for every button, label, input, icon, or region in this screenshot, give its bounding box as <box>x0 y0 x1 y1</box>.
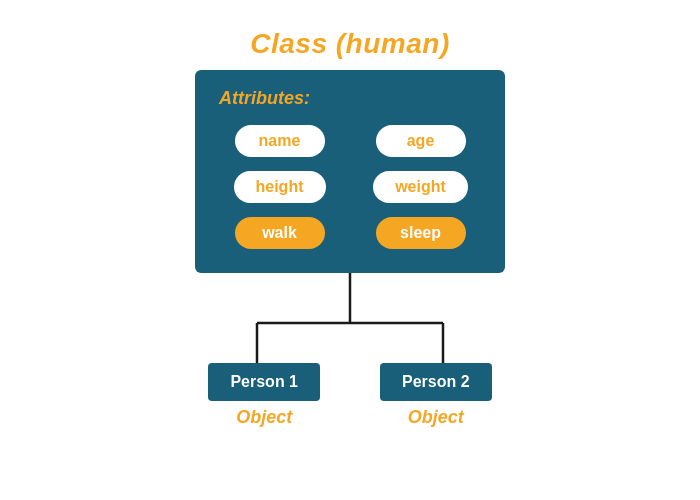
person2-label: Person 2 <box>402 373 470 390</box>
attr-walk: walk <box>235 217 325 249</box>
person2-box: Person 2 <box>380 363 492 401</box>
attr-weight: weight <box>373 171 468 203</box>
person1-type: Object <box>236 407 292 428</box>
person1-box: Person 1 <box>208 363 320 401</box>
class-box: Attributes: name age height weight walk … <box>195 70 505 273</box>
object-person1: Person 1 Object <box>208 363 320 428</box>
attr-sleep: sleep <box>376 217 466 249</box>
person2-type: Object <box>408 407 464 428</box>
person1-label: Person 1 <box>230 373 298 390</box>
attributes-label: Attributes: <box>219 88 481 109</box>
objects-row: Person 1 Object Person 2 Object <box>208 363 491 428</box>
attr-name: name <box>235 125 325 157</box>
attributes-grid: name age height weight walk sleep <box>219 125 481 249</box>
attr-height: height <box>234 171 326 203</box>
page-container: Class (human) Attributes: name age heigh… <box>0 0 700 500</box>
object-person2: Person 2 Object <box>380 363 492 428</box>
connector-area <box>195 273 505 363</box>
connector-svg <box>195 273 505 363</box>
attr-age: age <box>376 125 466 157</box>
class-title: Class (human) <box>250 28 449 60</box>
